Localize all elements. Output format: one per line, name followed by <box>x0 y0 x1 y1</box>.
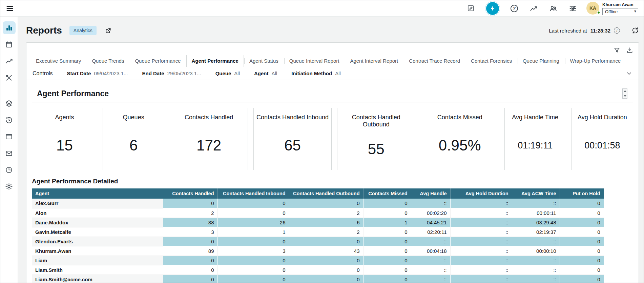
filter-value: 09/04/2023 1... <box>94 70 128 76</box>
agent-name-cell: Liam.Smith@acme.com <box>32 275 163 283</box>
tab-agent-status[interactable]: Agent Status <box>244 55 284 67</box>
col-header-avg-hold-duration[interactable]: Avg Hold Duration <box>450 188 512 199</box>
settings-sliders-icon[interactable] <box>569 4 577 13</box>
kpi-card-contacts-handled-inbound: Contacts Handled Inbound65 <box>253 108 332 170</box>
filter-initiation-method[interactable]: Initiation MethodAll <box>291 70 341 76</box>
filter-start-date[interactable]: Start Date09/04/2023 1... <box>67 70 128 76</box>
controls-label: Controls <box>33 70 53 77</box>
tab-wrap-up-performance[interactable]: Wrap-Up Performance <box>565 55 626 67</box>
info-icon[interactable]: i <box>614 27 620 34</box>
col-header-contacts-handled[interactable]: Contacts Handled <box>163 188 217 199</box>
value-cell: 3 <box>163 227 217 237</box>
metrics-chart-icon[interactable] <box>529 4 538 13</box>
value-cell: :: <box>411 199 450 208</box>
sidebar-item-mail[interactable] <box>3 147 16 160</box>
value-cell: 0 <box>163 199 217 208</box>
value-cell: :: <box>512 237 560 246</box>
table-row: Gavin.Metcalfe312002:20:11::02:19:370 <box>32 227 604 237</box>
scroll-down-icon[interactable] <box>624 95 626 97</box>
filter-value: All <box>272 70 277 76</box>
user-info: Khurram Awan Offline ▾ <box>602 2 638 15</box>
value-cell: 2 <box>289 227 363 237</box>
col-header-avg-handle[interactable]: Avg Handle <box>411 188 450 199</box>
value-cell: 00:00:10 <box>512 246 560 256</box>
col-header-contacts-handled-inbound[interactable]: Contacts Handled Inbound <box>217 188 289 199</box>
detail-table-title: Agent Performance Detailed <box>32 178 633 185</box>
tab-contact-forensics[interactable]: Contact Forensics <box>465 55 517 67</box>
last-refreshed-time: 11:28:32 <box>590 28 610 34</box>
value-cell: :: <box>450 265 512 275</box>
filter-end-date[interactable]: End Date29/05/2023 1... <box>142 70 201 76</box>
col-header-agent[interactable]: Agent <box>32 188 163 199</box>
help-icon[interactable]: ? <box>511 5 518 12</box>
table-row: Alex.Gurr0000::::::0 <box>32 199 604 208</box>
sidebar-item-reports[interactable] <box>3 21 16 34</box>
notes-icon[interactable] <box>467 4 475 12</box>
help-glyph: ? <box>513 6 516 11</box>
info-glyph: i <box>617 28 617 33</box>
tab-agent-performance[interactable]: Agent Performance <box>186 55 244 67</box>
sidebar-item-history[interactable] <box>3 114 16 126</box>
avatar-initials: KA <box>589 5 596 11</box>
sidebar-item-tools[interactable] <box>3 71 16 84</box>
last-refreshed-label: Last refreshed at <box>549 28 587 34</box>
agent-name-cell: Glendon.Evarts <box>32 237 163 246</box>
users-icon[interactable] <box>549 4 557 13</box>
filter-label: Agent <box>254 70 269 76</box>
value-cell: 00:04:18 <box>411 246 450 256</box>
tab-queue-planning[interactable]: Queue Planning <box>517 55 565 67</box>
value-cell: 3 <box>217 246 289 256</box>
col-header-put-on-hold[interactable]: Put on Hold <box>560 188 604 199</box>
sidebar-item-layers[interactable] <box>3 97 16 110</box>
value-cell: 0 <box>217 275 289 283</box>
sidebar-item-pie-chart[interactable] <box>3 163 16 176</box>
col-header-contacts-missed[interactable]: Contacts Missed <box>363 188 411 199</box>
value-cell: :: <box>512 199 560 208</box>
status-select[interactable]: Offline ▾ <box>602 8 638 15</box>
refresh-icon[interactable] <box>631 27 639 34</box>
col-header-contacts-handled-outbound[interactable]: Contacts Handled Outbound <box>289 188 363 199</box>
table-row: Glendon.Evarts0000::::::0 <box>32 237 604 246</box>
kpi-value: 6 <box>129 137 138 154</box>
section-header: Agent Performance <box>32 85 633 102</box>
filter-icon[interactable] <box>614 47 620 54</box>
value-cell: 0 <box>289 275 363 283</box>
value-cell: 0 <box>363 265 411 275</box>
tab-agent-interval-report[interactable]: Agent Interval Report <box>345 55 403 67</box>
agent-name-cell: Alex.Gurr <box>32 199 163 208</box>
value-cell: 2 <box>163 208 217 218</box>
agent-workspace-icon[interactable] <box>486 2 499 15</box>
filter-label: Queue <box>215 70 231 76</box>
filter-queue[interactable]: QueueAll <box>215 70 240 76</box>
col-header-avg-acw-time[interactable]: Avg ACW Time <box>512 188 560 199</box>
tab-queue-interval-report[interactable]: Queue Interval Report <box>284 55 345 67</box>
sidebar-item-settings-gear[interactable] <box>3 180 16 193</box>
value-cell: 0 <box>363 237 411 246</box>
tab-queue-trends[interactable]: Queue Trends <box>86 55 129 67</box>
kpi-card-avg-handle-time: Avg Handle Time01:19:11 <box>504 108 566 170</box>
value-cell: 0 <box>217 237 289 246</box>
kpi-card-contacts-handled-outbound: Contacts Handled Outbound55 <box>337 108 415 170</box>
hamburger-menu-icon[interactable] <box>6 4 14 13</box>
tab-contract-trace-record[interactable]: Contract Trace Record <box>403 55 465 67</box>
tab-executive-summary[interactable]: Executive Summary <box>30 55 86 67</box>
value-cell: :: <box>512 275 560 283</box>
chevron-down-icon[interactable] <box>626 70 632 77</box>
sidebar-item-line-chart[interactable] <box>3 55 16 67</box>
tab-queue-performance[interactable]: Queue Performance <box>129 55 186 67</box>
external-link-icon[interactable] <box>105 27 112 34</box>
sidebar-item-calendar[interactable] <box>3 38 16 51</box>
value-cell: :: <box>450 256 512 265</box>
sidebar-item-window[interactable] <box>3 130 16 143</box>
value-cell: 0 <box>363 208 411 218</box>
value-cell: 03:29:48 <box>512 218 560 227</box>
kpi-card-avg-hold-duration: Avg Hold Duration00:01:58 <box>572 108 633 170</box>
avatar[interactable]: KA <box>586 2 599 15</box>
value-cell: 38 <box>163 218 217 227</box>
kpi-label: Avg Handle Time <box>510 114 560 121</box>
scroll-up-icon[interactable] <box>624 90 626 92</box>
filter-agent[interactable]: AgentAll <box>254 70 277 76</box>
download-icon[interactable] <box>626 47 633 54</box>
value-cell: :: <box>450 208 512 218</box>
section-scrollbar[interactable] <box>622 88 627 99</box>
